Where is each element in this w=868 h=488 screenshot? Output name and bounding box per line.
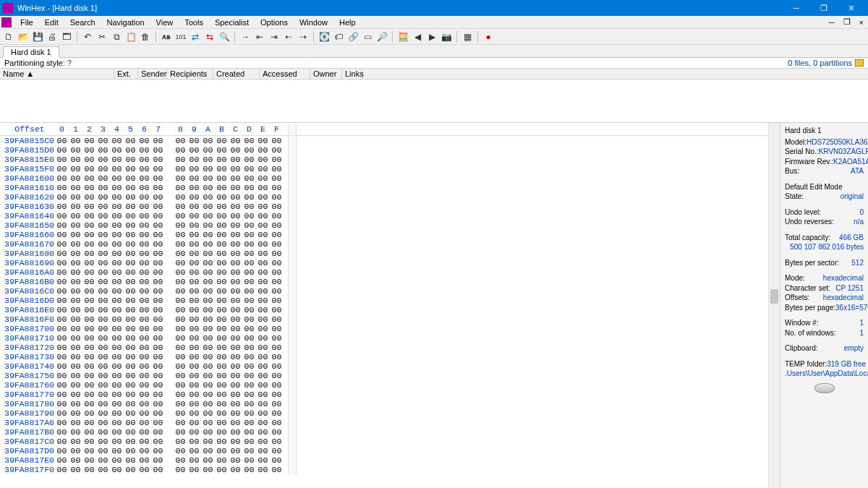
- byte[interactable]: 00: [256, 164, 270, 174]
- byte[interactable]: 00: [69, 305, 82, 314]
- byte[interactable]: 00: [256, 183, 270, 192]
- byte[interactable]: 00: [174, 399, 187, 408]
- byte[interactable]: 00: [110, 211, 124, 221]
- byte[interactable]: 00: [270, 155, 284, 164]
- byte[interactable]: 00: [174, 192, 187, 202]
- byte[interactable]: 00: [229, 399, 242, 408]
- hex-row[interactable]: 39FA8815E0000000000000000000000000000000…: [0, 155, 780, 164]
- byte[interactable]: 00: [174, 211, 187, 221]
- byte[interactable]: 00: [215, 314, 229, 324]
- ascii-cell[interactable]: [288, 427, 297, 437]
- ascii-cell[interactable]: [288, 136, 297, 145]
- byte[interactable]: 00: [151, 455, 165, 465]
- byte[interactable]: 00: [242, 211, 256, 221]
- byte[interactable]: 00: [82, 361, 96, 371]
- byte[interactable]: 00: [151, 145, 165, 155]
- byte[interactable]: 00: [82, 192, 96, 202]
- byte[interactable]: 00: [229, 230, 242, 239]
- byte[interactable]: 00: [187, 211, 201, 221]
- byte[interactable]: 00: [124, 164, 137, 174]
- byte[interactable]: 00: [256, 145, 270, 155]
- byte[interactable]: 00: [201, 408, 215, 418]
- ascii-cell[interactable]: [288, 333, 297, 343]
- byte[interactable]: 00: [96, 333, 110, 343]
- byte[interactable]: 00: [201, 305, 215, 314]
- byte[interactable]: 00: [256, 437, 270, 446]
- byte[interactable]: 00: [96, 249, 110, 258]
- byte[interactable]: 00: [124, 437, 137, 446]
- byte[interactable]: 00: [174, 136, 187, 145]
- byte[interactable]: 00: [242, 399, 256, 408]
- hex-row[interactable]: 39FA881700000000000000000000000000000000…: [0, 324, 780, 333]
- byte[interactable]: 00: [270, 446, 284, 455]
- byte[interactable]: 00: [187, 183, 201, 192]
- byte[interactable]: 00: [110, 286, 124, 296]
- hex-row[interactable]: 39FA8816E0000000000000000000000000000000…: [0, 305, 780, 314]
- byte[interactable]: 00: [270, 286, 284, 296]
- byte[interactable]: 00: [55, 258, 69, 267]
- ascii-cell[interactable]: [288, 239, 297, 249]
- find-again-icon[interactable]: ⇆: [203, 30, 216, 43]
- byte[interactable]: 00: [215, 352, 229, 361]
- byte[interactable]: 00: [242, 390, 256, 399]
- byte[interactable]: 00: [55, 183, 69, 192]
- byte[interactable]: 00: [151, 230, 165, 239]
- byte[interactable]: 00: [96, 361, 110, 371]
- byte[interactable]: 00: [69, 324, 82, 333]
- byte[interactable]: 00: [137, 267, 151, 277]
- byte[interactable]: 00: [110, 183, 124, 192]
- byte[interactable]: 00: [124, 145, 137, 155]
- byte[interactable]: 00: [124, 249, 137, 258]
- byte[interactable]: 00: [96, 296, 110, 305]
- byte[interactable]: 00: [55, 296, 69, 305]
- byte[interactable]: 00: [96, 418, 110, 427]
- byte[interactable]: 00: [82, 258, 96, 267]
- byte[interactable]: 00: [151, 305, 165, 314]
- byte[interactable]: 00: [242, 249, 256, 258]
- byte[interactable]: 00: [124, 183, 137, 192]
- byte[interactable]: 00: [124, 446, 137, 455]
- byte[interactable]: 00: [110, 371, 124, 380]
- col-sender[interactable]: Sender: [138, 69, 167, 79]
- byte[interactable]: 00: [110, 145, 124, 155]
- byte[interactable]: 00: [82, 211, 96, 221]
- byte[interactable]: 00: [137, 249, 151, 258]
- byte[interactable]: 00: [242, 314, 256, 324]
- byte[interactable]: 00: [229, 277, 242, 286]
- byte[interactable]: 00: [270, 211, 284, 221]
- byte[interactable]: 00: [96, 286, 110, 296]
- byte[interactable]: 00: [229, 427, 242, 437]
- byte[interactable]: 00: [110, 221, 124, 230]
- byte[interactable]: 00: [174, 305, 187, 314]
- byte[interactable]: 00: [69, 380, 82, 390]
- byte[interactable]: 00: [270, 371, 284, 380]
- hex-row[interactable]: 39FA881620000000000000000000000000000000…: [0, 192, 780, 202]
- byte[interactable]: 00: [96, 343, 110, 352]
- hex-row[interactable]: 39FA8815D0000000000000000000000000000000…: [0, 145, 780, 155]
- hex-row[interactable]: 39FA8817B0000000000000000000000000000000…: [0, 427, 780, 437]
- menu-specialist[interactable]: Specialist: [210, 18, 253, 27]
- hex-scroll-thumb[interactable]: [770, 289, 778, 304]
- byte[interactable]: 00: [201, 174, 215, 183]
- disk-icon[interactable]: 💽: [318, 30, 331, 43]
- ascii-cell[interactable]: [288, 258, 297, 267]
- tag-icon[interactable]: 🏷: [332, 30, 345, 43]
- ascii-cell[interactable]: [288, 230, 297, 239]
- byte[interactable]: 00: [256, 455, 270, 465]
- ascii-cell[interactable]: [288, 174, 297, 183]
- byte[interactable]: 00: [124, 192, 137, 202]
- byte[interactable]: 00: [215, 408, 229, 418]
- byte[interactable]: 00: [256, 333, 270, 343]
- byte[interactable]: 00: [242, 380, 256, 390]
- byte[interactable]: 00: [110, 202, 124, 211]
- hex-scrollbar[interactable]: [768, 123, 780, 488]
- byte[interactable]: 00: [215, 211, 229, 221]
- byte[interactable]: 00: [201, 352, 215, 361]
- byte[interactable]: 00: [55, 465, 69, 474]
- byte[interactable]: 00: [242, 333, 256, 343]
- byte[interactable]: 00: [82, 249, 96, 258]
- byte[interactable]: 00: [110, 277, 124, 286]
- byte[interactable]: 00: [229, 136, 242, 145]
- byte[interactable]: 00: [242, 437, 256, 446]
- byte[interactable]: 00: [201, 314, 215, 324]
